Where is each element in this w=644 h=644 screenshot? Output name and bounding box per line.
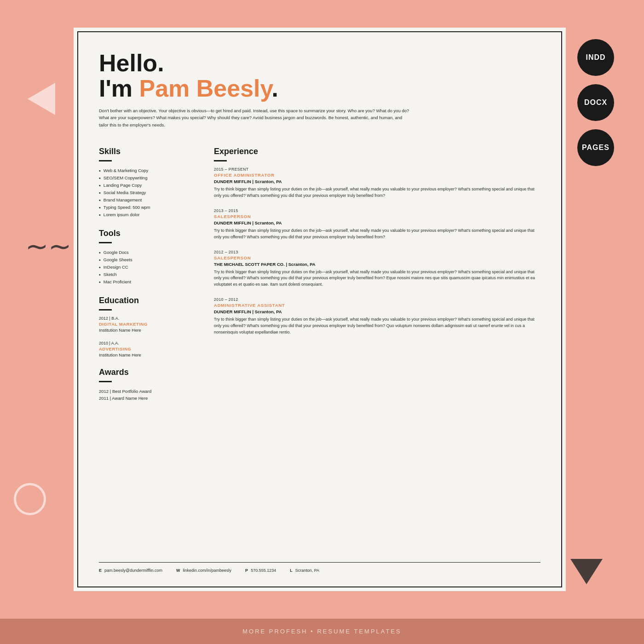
docx-button[interactable]: DOCX xyxy=(577,84,614,121)
phone-value: 570.555.1234 xyxy=(251,568,276,573)
decorative-triangle-left xyxy=(28,83,55,115)
award-entry: 2011 | Award Name Here xyxy=(99,395,196,402)
intro-text: Don't bother with an objective. Your obj… xyxy=(99,107,412,128)
left-column: Skills Web & Marketing CopySEO/SEM Copyw… xyxy=(99,147,196,553)
exp-desc: Try to think bigger than simply listing … xyxy=(214,186,540,199)
footer-phone: P 570.555.1234 xyxy=(245,568,276,573)
list-item: Landing Page Copy xyxy=(99,182,196,189)
exp-desc: Try to think bigger than simply listing … xyxy=(214,316,540,336)
name-prefix: I'm xyxy=(99,75,139,102)
exp-job-title: ADMINISTRATIVE ASSISTANT xyxy=(214,303,540,308)
location-label: L xyxy=(290,568,293,573)
exp-job-title: OFFICE ADMINISTRATOR xyxy=(214,172,540,178)
exp-dates: 2012 – 2013 xyxy=(214,250,540,254)
decorative-squiggle: ∼∼ xyxy=(25,230,71,262)
award-entry: 2012 | Best Portfolio Award xyxy=(99,388,196,395)
exp-job-title: SALESPERSON xyxy=(214,255,540,260)
greeting-text: Hello. xyxy=(99,51,540,76)
resume-inner: Hello. I'm Pam Beesly. Don't bother with… xyxy=(77,31,562,587)
list-item: InDesign CC xyxy=(99,264,196,271)
website-label: W xyxy=(176,568,180,573)
exp-job-title: SALESPERSON xyxy=(214,214,540,219)
experience-divider xyxy=(214,160,227,161)
format-buttons-group: INDD DOCX PAGES xyxy=(577,39,614,166)
experience-title: Experience xyxy=(214,147,540,156)
footer-location: L Scranton, PA xyxy=(290,568,319,573)
awards-entries: 2012 | Best Portfolio Award2011 | Award … xyxy=(99,388,196,402)
awards-title: Awards xyxy=(99,368,196,377)
edu-institution: Institution Name Here xyxy=(99,352,196,357)
pages-button[interactable]: PAGES xyxy=(577,129,614,166)
experience-entry: 2013 – 2015 SALESPERSON DUNDER MIFFLIN |… xyxy=(214,208,540,241)
skills-title: Skills xyxy=(99,147,196,156)
exp-company: DUNDER MIFFLIN | Scranton, PA xyxy=(214,179,540,184)
awards-section: Awards 2012 | Best Portfolio Award2011 |… xyxy=(99,368,196,402)
exp-company: DUNDER MIFFLIN | Scranton, PA xyxy=(214,220,540,225)
edu-degree: DIGITAL MARKETING xyxy=(99,322,196,327)
education-entry: 2010 | A.A. ADVERTISING Institution Name… xyxy=(99,341,196,357)
indd-button[interactable]: INDD xyxy=(577,39,614,76)
list-item: Lorem ipsum dolor xyxy=(99,211,196,218)
list-item: Sketch xyxy=(99,271,196,278)
list-item: Google Docs xyxy=(99,249,196,256)
tools-divider xyxy=(99,242,112,243)
education-divider xyxy=(99,309,112,310)
list-item: Brand Management xyxy=(99,196,196,204)
resume-header: Hello. I'm Pam Beesly. Don't bother with… xyxy=(99,51,540,128)
footer-website: W linkedin.com/in/pambeesly xyxy=(176,568,231,573)
exp-company: THE MICHAEL SCOTT PAPER CO. | Scranton, … xyxy=(214,262,540,267)
name-suffix: . xyxy=(272,75,278,102)
exp-dates: 2010 – 2012 xyxy=(214,297,540,302)
education-section: Education 2012 | B.A. DIGITAL MARKETING … xyxy=(99,296,196,357)
name-line: I'm Pam Beesly. xyxy=(99,76,540,101)
edu-year: 2010 | A.A. xyxy=(99,341,196,345)
list-item: Social Media Strategy xyxy=(99,189,196,196)
location-value: Scranton, PA xyxy=(295,568,319,573)
name-highlight: Pam Beesly xyxy=(139,75,272,102)
email-label: E xyxy=(99,568,102,573)
list-item: Typing Speed: 500 wpm xyxy=(99,204,196,211)
website-value: linkedin.com/in/pambeesly xyxy=(183,568,232,573)
list-item: SEO/SEM Copywriting xyxy=(99,174,196,182)
edu-degree: ADVERTISING xyxy=(99,346,196,351)
decorative-triangle-bottom-right xyxy=(570,559,603,584)
resume-body: Skills Web & Marketing CopySEO/SEM Copyw… xyxy=(99,147,540,553)
skills-section: Skills Web & Marketing CopySEO/SEM Copyw… xyxy=(99,147,196,218)
exp-dates: 2013 – 2015 xyxy=(214,208,540,213)
email-value: pam.beesly@dundermifflin.com xyxy=(104,568,162,573)
decorative-circle-outline xyxy=(14,483,46,515)
list-item: Mac Proficient xyxy=(99,278,196,286)
bottom-bar-text: MORE PROFESH • Resume Templates xyxy=(242,628,402,635)
bottom-bar: MORE PROFESH • Resume Templates xyxy=(0,619,644,644)
exp-desc: Try to think bigger than simply listing … xyxy=(214,228,540,241)
exp-desc: Try to think bigger than simply listing … xyxy=(214,269,540,288)
exp-company: DUNDER MIFFLIN | Scranton, PA xyxy=(214,309,540,314)
skills-list: Web & Marketing CopySEO/SEM CopywritingL… xyxy=(99,167,196,218)
tools-title: Tools xyxy=(99,229,196,238)
phone-label: P xyxy=(245,568,248,573)
experience-entries: 2015 – PRESENT OFFICE ADMINISTRATOR DUND… xyxy=(214,167,540,336)
education-entries: 2012 | B.A. DIGITAL MARKETING Institutio… xyxy=(99,316,196,357)
tools-list: Google DocsGoogle SheetsInDesign CCSketc… xyxy=(99,249,196,286)
education-entry: 2012 | B.A. DIGITAL MARKETING Institutio… xyxy=(99,316,196,333)
tools-section: Tools Google DocsGoogle SheetsInDesign C… xyxy=(99,229,196,286)
resume-footer: E pam.beesly@dundermifflin.com W linkedi… xyxy=(99,562,540,573)
experience-entry: 2012 – 2013 SALESPERSON THE MICHAEL SCOT… xyxy=(214,250,540,288)
education-title: Education xyxy=(99,296,196,305)
edu-year: 2012 | B.A. xyxy=(99,316,196,321)
experience-entry: 2015 – PRESENT OFFICE ADMINISTRATOR DUND… xyxy=(214,167,540,199)
list-item: Web & Marketing Copy xyxy=(99,167,196,174)
list-item: Google Sheets xyxy=(99,256,196,264)
right-column: Experience 2015 – PRESENT OFFICE ADMINIS… xyxy=(214,147,540,553)
footer-email: E pam.beesly@dundermifflin.com xyxy=(99,568,162,573)
awards-divider xyxy=(99,381,112,382)
experience-entry: 2010 – 2012 ADMINISTRATIVE ASSISTANT DUN… xyxy=(214,297,540,336)
edu-institution: Institution Name Here xyxy=(99,328,196,333)
exp-dates: 2015 – PRESENT xyxy=(214,167,540,172)
resume-wrapper: Hello. I'm Pam Beesly. Don't bother with… xyxy=(74,28,566,591)
skills-divider xyxy=(99,160,112,161)
experience-section: Experience 2015 – PRESENT OFFICE ADMINIS… xyxy=(214,147,540,336)
